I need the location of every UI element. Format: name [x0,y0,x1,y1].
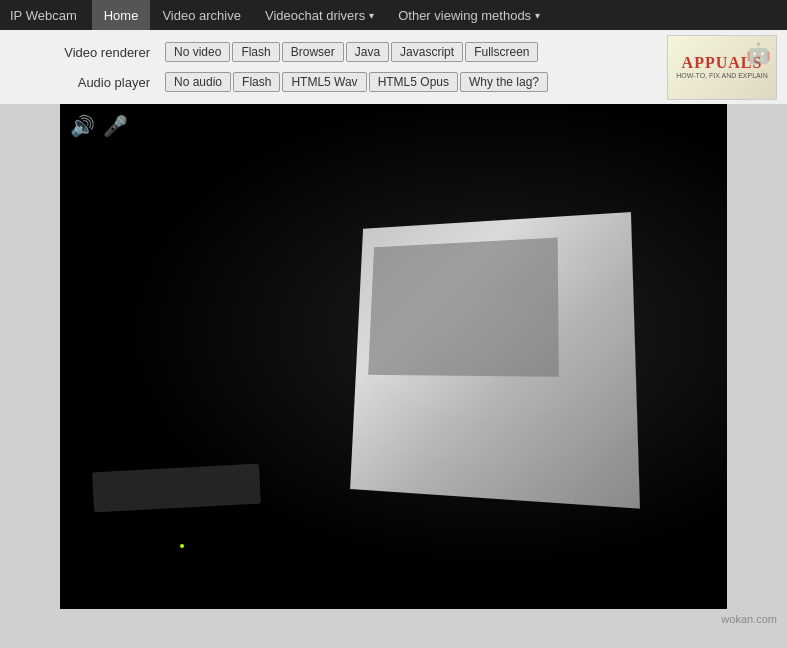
video-renderer-buttons: No video Flash Browser Java Javascript F… [165,42,538,62]
html5-wav-button[interactable]: HTML5 Wav [282,72,366,92]
fullscreen-button[interactable]: Fullscreen [465,42,538,62]
html5-opus-button[interactable]: HTML5 Opus [369,72,458,92]
chevron-down-icon: ▾ [535,10,540,21]
nav-other-viewing[interactable]: Other viewing methods ▾ [386,0,552,30]
no-video-button[interactable]: No video [165,42,230,62]
brand-label: IP Webcam [10,8,77,23]
screen-inner [368,238,559,377]
audio-player-label: Audio player [20,75,150,90]
flash-audio-button[interactable]: Flash [233,72,280,92]
dark-object [92,463,261,512]
appuals-logo: 🤖 APPUALS HOW-TO, FIX AND EXPLAIN [667,35,777,100]
video-overlay-controls: 🔊 🎤 [70,114,128,138]
java-button[interactable]: Java [346,42,389,62]
audio-player-buttons: No audio Flash HTML5 Wav HTML5 Opus Why … [165,72,548,92]
browser-button[interactable]: Browser [282,42,344,62]
bottom-bar: wokan.com [0,609,787,629]
video-renderer-label: Video renderer [20,45,150,60]
screen-bright [350,212,640,508]
nav-videochat-drivers[interactable]: Videochat drivers ▾ [253,0,386,30]
mic-icon[interactable]: 🎤 [103,114,128,138]
watermark-text: wokan.com [721,613,777,625]
controls-area: Video renderer No video Flash Browser Ja… [0,30,787,104]
video-container: 🔊 🎤 [60,104,727,609]
volume-icon[interactable]: 🔊 [70,114,95,138]
webcam-feed [60,104,727,609]
javascript-button[interactable]: Javascript [391,42,463,62]
logo-decoration-icon: 🤖 [746,41,771,65]
logo-sub-text: HOW-TO, FIX AND EXPLAIN [676,72,768,80]
chevron-down-icon: ▾ [369,10,374,21]
flash-video-button[interactable]: Flash [232,42,279,62]
green-dot [180,544,184,548]
why-lag-button[interactable]: Why the lag? [460,72,548,92]
navbar: IP Webcam Home Video archive Videochat d… [0,0,787,30]
nav-video-archive[interactable]: Video archive [150,0,253,30]
no-audio-button[interactable]: No audio [165,72,231,92]
nav-home[interactable]: Home [92,0,151,30]
